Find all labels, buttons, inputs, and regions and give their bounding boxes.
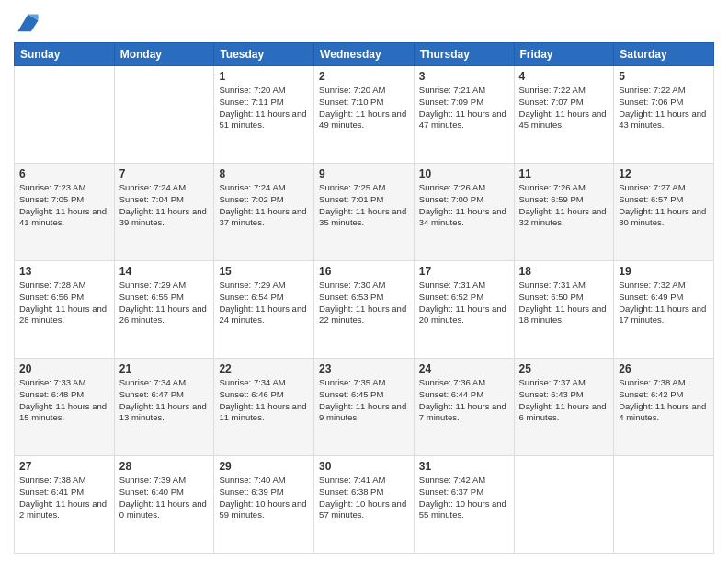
page: SundayMondayTuesdayWednesdayThursdayFrid… bbox=[0, 0, 728, 563]
day-number: 13 bbox=[19, 265, 109, 278]
weekday-header: Friday bbox=[514, 43, 614, 66]
day-number: 8 bbox=[219, 167, 309, 180]
day-info: Sunrise: 7:41 AMSunset: 6:38 PMDaylight:… bbox=[319, 475, 409, 522]
calendar-cell: 1 Sunrise: 7:20 AMSunset: 7:11 PMDayligh… bbox=[214, 66, 314, 164]
day-info: Sunrise: 7:26 AMSunset: 7:00 PMDaylight:… bbox=[419, 182, 509, 229]
calendar-cell: 6 Sunrise: 7:23 AMSunset: 7:05 PMDayligh… bbox=[15, 164, 115, 261]
calendar-cell: 15 Sunrise: 7:29 AMSunset: 6:54 PMDaylig… bbox=[214, 261, 314, 359]
calendar-cell: 19 Sunrise: 7:32 AMSunset: 6:49 PMDaylig… bbox=[614, 261, 714, 359]
calendar-cell: 31 Sunrise: 7:42 AMSunset: 6:37 PMDaylig… bbox=[414, 456, 514, 554]
day-number: 14 bbox=[119, 265, 210, 278]
day-info: Sunrise: 7:36 AMSunset: 6:44 PMDaylight:… bbox=[419, 377, 509, 424]
day-number: 25 bbox=[519, 362, 609, 375]
calendar-cell: 26 Sunrise: 7:38 AMSunset: 6:42 PMDaylig… bbox=[614, 359, 714, 456]
day-info: Sunrise: 7:23 AMSunset: 7:05 PMDaylight:… bbox=[19, 182, 109, 229]
calendar-header-row: SundayMondayTuesdayWednesdayThursdayFrid… bbox=[15, 43, 714, 66]
day-number: 31 bbox=[419, 460, 509, 473]
day-number: 10 bbox=[419, 167, 509, 180]
day-info: Sunrise: 7:33 AMSunset: 6:48 PMDaylight:… bbox=[19, 377, 109, 424]
calendar-week-row: 1 Sunrise: 7:20 AMSunset: 7:11 PMDayligh… bbox=[15, 66, 714, 164]
day-number: 24 bbox=[419, 362, 509, 375]
day-info: Sunrise: 7:29 AMSunset: 6:55 PMDaylight:… bbox=[119, 280, 210, 327]
calendar-cell bbox=[514, 456, 614, 554]
day-info: Sunrise: 7:37 AMSunset: 6:43 PMDaylight:… bbox=[519, 377, 609, 424]
calendar-cell: 4 Sunrise: 7:22 AMSunset: 7:07 PMDayligh… bbox=[514, 66, 614, 164]
calendar-cell: 17 Sunrise: 7:31 AMSunset: 6:52 PMDaylig… bbox=[414, 261, 514, 359]
weekday-header: Wednesday bbox=[314, 43, 415, 66]
weekday-header: Monday bbox=[114, 43, 214, 66]
calendar-cell: 30 Sunrise: 7:41 AMSunset: 6:38 PMDaylig… bbox=[314, 456, 415, 554]
calendar-cell bbox=[114, 66, 214, 164]
calendar-cell: 27 Sunrise: 7:38 AMSunset: 6:41 PMDaylig… bbox=[15, 456, 115, 554]
weekday-header: Sunday bbox=[15, 43, 115, 66]
calendar-cell: 5 Sunrise: 7:22 AMSunset: 7:06 PMDayligh… bbox=[614, 66, 714, 164]
weekday-header: Tuesday bbox=[214, 43, 314, 66]
day-info: Sunrise: 7:29 AMSunset: 6:54 PMDaylight:… bbox=[219, 280, 309, 327]
day-number: 23 bbox=[319, 362, 409, 375]
day-number: 26 bbox=[619, 362, 709, 375]
day-number: 19 bbox=[619, 265, 709, 278]
day-info: Sunrise: 7:27 AMSunset: 6:57 PMDaylight:… bbox=[619, 182, 709, 229]
day-number: 7 bbox=[119, 167, 210, 180]
day-number: 21 bbox=[119, 362, 210, 375]
day-number: 22 bbox=[219, 362, 309, 375]
calendar-cell: 7 Sunrise: 7:24 AMSunset: 7:04 PMDayligh… bbox=[114, 164, 214, 261]
day-info: Sunrise: 7:21 AMSunset: 7:09 PMDaylight:… bbox=[419, 85, 509, 132]
day-number: 3 bbox=[419, 70, 509, 83]
day-info: Sunrise: 7:39 AMSunset: 6:40 PMDaylight:… bbox=[119, 475, 210, 522]
weekday-header: Saturday bbox=[614, 43, 714, 66]
calendar-week-row: 27 Sunrise: 7:38 AMSunset: 6:41 PMDaylig… bbox=[15, 456, 714, 554]
calendar-cell: 11 Sunrise: 7:26 AMSunset: 6:59 PMDaylig… bbox=[514, 164, 614, 261]
calendar-cell: 13 Sunrise: 7:28 AMSunset: 6:56 PMDaylig… bbox=[15, 261, 115, 359]
calendar-cell bbox=[15, 66, 115, 164]
calendar-week-row: 6 Sunrise: 7:23 AMSunset: 7:05 PMDayligh… bbox=[15, 164, 714, 261]
calendar-cell: 28 Sunrise: 7:39 AMSunset: 6:40 PMDaylig… bbox=[114, 456, 214, 554]
calendar-cell: 20 Sunrise: 7:33 AMSunset: 6:48 PMDaylig… bbox=[15, 359, 115, 456]
calendar-cell: 3 Sunrise: 7:21 AMSunset: 7:09 PMDayligh… bbox=[414, 66, 514, 164]
day-number: 18 bbox=[519, 265, 609, 278]
calendar-cell: 25 Sunrise: 7:37 AMSunset: 6:43 PMDaylig… bbox=[514, 359, 614, 456]
day-number: 11 bbox=[519, 167, 609, 180]
day-info: Sunrise: 7:22 AMSunset: 7:07 PMDaylight:… bbox=[519, 85, 609, 132]
day-number: 12 bbox=[619, 167, 709, 180]
day-info: Sunrise: 7:31 AMSunset: 6:52 PMDaylight:… bbox=[419, 280, 509, 327]
calendar-week-row: 13 Sunrise: 7:28 AMSunset: 6:56 PMDaylig… bbox=[15, 261, 714, 359]
calendar: SundayMondayTuesdayWednesdayThursdayFrid… bbox=[14, 42, 714, 554]
day-number: 9 bbox=[319, 167, 409, 180]
day-number: 2 bbox=[319, 70, 409, 83]
calendar-cell: 29 Sunrise: 7:40 AMSunset: 6:39 PMDaylig… bbox=[214, 456, 314, 554]
calendar-cell: 10 Sunrise: 7:26 AMSunset: 7:00 PMDaylig… bbox=[414, 164, 514, 261]
day-info: Sunrise: 7:20 AMSunset: 7:10 PMDaylight:… bbox=[319, 85, 409, 132]
day-info: Sunrise: 7:24 AMSunset: 7:04 PMDaylight:… bbox=[119, 182, 210, 229]
calendar-cell: 2 Sunrise: 7:20 AMSunset: 7:10 PMDayligh… bbox=[314, 66, 415, 164]
day-number: 30 bbox=[319, 460, 409, 473]
day-info: Sunrise: 7:20 AMSunset: 7:11 PMDaylight:… bbox=[219, 85, 309, 132]
day-info: Sunrise: 7:34 AMSunset: 6:46 PMDaylight:… bbox=[219, 377, 309, 424]
calendar-cell: 8 Sunrise: 7:24 AMSunset: 7:02 PMDayligh… bbox=[214, 164, 314, 261]
day-info: Sunrise: 7:31 AMSunset: 6:50 PMDaylight:… bbox=[519, 280, 609, 327]
calendar-cell: 16 Sunrise: 7:30 AMSunset: 6:53 PMDaylig… bbox=[314, 261, 415, 359]
day-info: Sunrise: 7:26 AMSunset: 6:59 PMDaylight:… bbox=[519, 182, 609, 229]
day-info: Sunrise: 7:25 AMSunset: 7:01 PMDaylight:… bbox=[319, 182, 409, 229]
day-info: Sunrise: 7:32 AMSunset: 6:49 PMDaylight:… bbox=[619, 280, 709, 327]
day-info: Sunrise: 7:38 AMSunset: 6:42 PMDaylight:… bbox=[619, 377, 709, 424]
day-info: Sunrise: 7:30 AMSunset: 6:53 PMDaylight:… bbox=[319, 280, 409, 327]
day-number: 16 bbox=[319, 265, 409, 278]
calendar-cell: 21 Sunrise: 7:34 AMSunset: 6:47 PMDaylig… bbox=[114, 359, 214, 456]
day-number: 1 bbox=[219, 70, 309, 83]
day-number: 15 bbox=[219, 265, 309, 278]
day-info: Sunrise: 7:22 AMSunset: 7:06 PMDaylight:… bbox=[619, 85, 709, 132]
day-number: 20 bbox=[19, 362, 109, 375]
day-number: 29 bbox=[219, 460, 309, 473]
day-info: Sunrise: 7:35 AMSunset: 6:45 PMDaylight:… bbox=[319, 377, 409, 424]
calendar-cell: 9 Sunrise: 7:25 AMSunset: 7:01 PMDayligh… bbox=[314, 164, 415, 261]
calendar-cell: 22 Sunrise: 7:34 AMSunset: 6:46 PMDaylig… bbox=[214, 359, 314, 456]
day-number: 27 bbox=[19, 460, 109, 473]
logo bbox=[14, 9, 45, 35]
day-info: Sunrise: 7:40 AMSunset: 6:39 PMDaylight:… bbox=[219, 475, 309, 522]
weekday-header: Thursday bbox=[414, 43, 514, 66]
day-number: 17 bbox=[419, 265, 509, 278]
calendar-cell: 23 Sunrise: 7:35 AMSunset: 6:45 PMDaylig… bbox=[314, 359, 415, 456]
logo-icon bbox=[14, 9, 41, 35]
day-info: Sunrise: 7:28 AMSunset: 6:56 PMDaylight:… bbox=[19, 280, 109, 327]
